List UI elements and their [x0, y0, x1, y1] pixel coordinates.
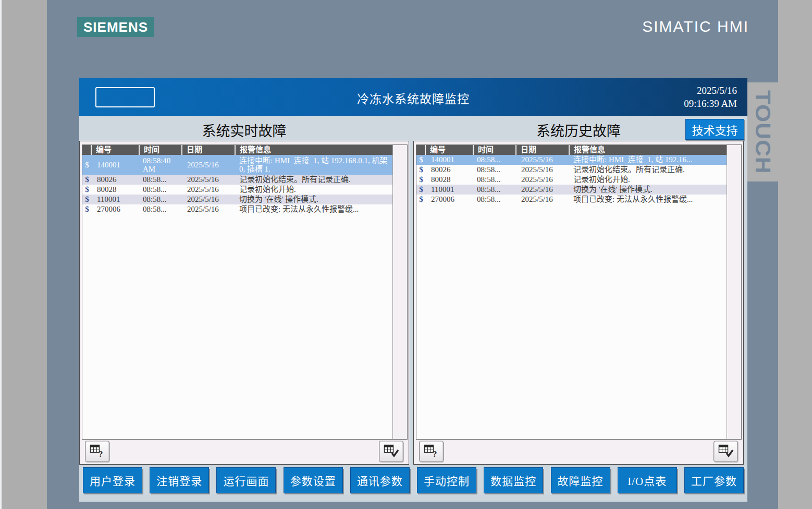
alarm-id: 80026: [92, 175, 140, 185]
history-alarm-panel: 编号 时间 日期 报警信息 $ 140001 08:58... 2025/5/1…: [413, 141, 744, 465]
nav-button-logout[interactable]: 注销登录: [150, 467, 209, 493]
alarm-ack-button[interactable]: [379, 441, 403, 462]
tech-support-button[interactable]: 技术支持: [685, 119, 744, 140]
alarm-message: 记录初始化结束。所有记录正确.: [236, 175, 392, 185]
alarm-row[interactable]: $ 270006 08:58... 2025/5/16 项目已改变: 无法从永久…: [416, 195, 727, 204]
state-column-header: [82, 145, 92, 155]
alarm-ack-icon: [384, 444, 399, 459]
alarm-table-header: 编号 时间 日期 报警信息: [416, 145, 727, 155]
alarm-state-icon: $: [82, 161, 92, 169]
column-header-id: 编号: [92, 145, 140, 155]
realtime-alarm-grid: 编号 时间 日期 报警信息 $ 140001 08:58:40 AM 2025/…: [82, 144, 408, 440]
nav-button-data-monitor[interactable]: 数据监控: [484, 467, 543, 493]
hmi-screen: 冷冻水系统故障监控 2025/5/16 09:16:39 AM 系统实时故障 系…: [79, 78, 747, 502]
title-bar: 冷冻水系统故障监控 2025/5/16 09:16:39 AM: [79, 78, 747, 116]
alarm-row[interactable]: $ 80028 08:58... 2025/5/16 记录初始化开始.: [82, 185, 392, 195]
alarm-row[interactable]: $ 110001 08:58... 2025/5/16 切换为 '在线' 操作模…: [416, 185, 727, 195]
alarm-time: 08:58...: [140, 195, 182, 204]
hmi-panel: SIEMENS SIMATIC HMI TOUCH 冷冻水系统故障监控 2025…: [0, 0, 812, 509]
alarm-info-icon: ?: [424, 444, 439, 459]
alarm-row[interactable]: $ 80026 08:58... 2025/5/16 记录初始化结束。所有记录正…: [416, 165, 727, 175]
alarm-row-selected[interactable]: $ 140001 08:58... 2025/5/16 连接中断: HMI_连接…: [416, 155, 727, 165]
alarm-message: 切换为 '在线' 操作模式.: [570, 185, 727, 195]
alarm-row[interactable]: $ 80028 08:58... 2025/5/16 记录初始化开始.: [416, 175, 727, 185]
alarm-info-button[interactable]: ?: [419, 441, 444, 462]
nav-button-user-login[interactable]: 用户登录: [83, 467, 142, 493]
alarm-ack-button[interactable]: [713, 441, 738, 462]
nav-button-manual-control[interactable]: 手动控制: [417, 467, 476, 493]
realtime-section-title: 系统实时故障: [79, 120, 409, 140]
alarm-row-selected[interactable]: $ 140001 08:58:40 AM 2025/5/16 连接中断: HMI…: [82, 155, 392, 175]
realtime-alarm-panel: 编号 时间 日期 报警信息 $ 140001 08:58:40 AM 2025/…: [79, 141, 409, 465]
nav-button-comm-params[interactable]: 通讯参数: [350, 467, 410, 493]
column-header-date: 日期: [182, 145, 236, 155]
column-header-time: 时间: [474, 145, 516, 155]
alarm-date: 2025/5/16: [516, 185, 570, 195]
alarm-time: 08:58...: [474, 185, 516, 195]
alarm-id: 140001: [426, 155, 474, 165]
bezel-left-strip: [0, 0, 47, 509]
time-value: 09:16:39 AM: [684, 97, 737, 110]
alarm-date: 2025/5/16: [182, 175, 236, 185]
svg-text:?: ?: [99, 449, 103, 457]
alarm-time: 08:58...: [140, 175, 182, 185]
alarm-time: 08:58...: [474, 165, 516, 175]
alarm-state-icon: $: [416, 165, 426, 175]
alarm-time: 08:58...: [474, 195, 516, 204]
alarm-row[interactable]: $ 270006 08:58... 2025/5/16 项目已改变: 无法从永久…: [82, 204, 392, 214]
page-title: 冷冻水系统故障监控: [79, 89, 747, 107]
alarm-id: 80028: [426, 175, 474, 185]
alarm-state-icon: $: [82, 175, 92, 185]
alarm-state-icon: $: [82, 185, 92, 195]
alarm-ack-icon: [718, 444, 734, 459]
alarm-scrollbar[interactable]: [392, 145, 407, 439]
state-column-header: [416, 145, 426, 155]
alarm-state-icon: $: [416, 185, 426, 195]
alarm-id: 140001: [92, 161, 140, 169]
realtime-grid-body: 编号 时间 日期 报警信息 $ 140001 08:58:40 AM 2025/…: [82, 145, 392, 439]
alarm-table-header: 编号 时间 日期 报警信息: [82, 145, 392, 155]
alarm-date: 2025/5/16: [182, 204, 236, 214]
svg-text:?: ?: [433, 449, 437, 457]
alarm-message: 切换为 '在线' 操作模式.: [236, 195, 392, 204]
touch-label: TOUCH: [751, 90, 775, 174]
datetime-display: 2025/5/16 09:16:39 AM: [684, 84, 737, 110]
nav-button-fault-monitor[interactable]: 故障监控: [551, 467, 610, 493]
alarm-message: 连接中断: HMI_连接_1, 站 192.168.0.1, 机架 0, 插槽 …: [236, 156, 392, 173]
column-header-time: 时间: [140, 145, 182, 155]
history-grid-body: 编号 时间 日期 报警信息 $ 140001 08:58... 2025/5/1…: [416, 145, 727, 439]
nav-button-run-screen[interactable]: 运行画面: [216, 467, 276, 493]
alarm-message: 记录初始化结束。所有记录正确.: [570, 165, 727, 175]
alarm-id: 110001: [92, 195, 140, 204]
alarm-scrollbar[interactable]: [727, 145, 741, 439]
nav-button-io-table[interactable]: I/O点表: [618, 467, 677, 493]
alarm-time: 08:58...: [140, 185, 182, 195]
alarm-state-icon: $: [82, 204, 92, 214]
alarm-id: 110001: [426, 185, 474, 195]
alarm-date: 2025/5/16: [516, 155, 570, 165]
alarm-time: 08:58:40 AM: [140, 156, 182, 173]
alarm-message: 项目已改变: 无法从永久性报警缓...: [236, 204, 392, 214]
alarm-date: 2025/5/16: [516, 165, 570, 175]
alarm-date: 2025/5/16: [516, 175, 570, 185]
column-header-msg: 报警信息: [236, 145, 392, 155]
alarm-row[interactable]: $ 110001 08:58... 2025/5/16 切换为 '在线' 操作模…: [82, 195, 392, 204]
alarm-id: 270006: [92, 204, 140, 214]
simatic-hmi-label: SIMATIC HMI: [642, 18, 749, 38]
alarm-state-icon: $: [416, 155, 426, 165]
alarm-info-button[interactable]: ?: [85, 441, 109, 462]
alarm-row[interactable]: $ 80026 08:58... 2025/5/16 记录初始化结束。所有记录正…: [82, 175, 392, 185]
alarm-state-icon: $: [82, 195, 92, 204]
alarm-id: 80026: [426, 165, 474, 175]
date-value: 2025/5/16: [684, 84, 737, 97]
alarm-id: 80028: [92, 185, 140, 195]
column-header-msg: 报警信息: [570, 145, 727, 155]
nav-button-factory-params[interactable]: 工厂参数: [684, 467, 744, 493]
alarm-info-icon: ?: [90, 444, 105, 459]
alarm-date: 2025/5/16: [182, 161, 236, 169]
nav-button-param-settings[interactable]: 参数设置: [284, 467, 343, 493]
alarm-message: 记录初始化开始.: [570, 175, 727, 185]
touch-bezel-patch: TOUCH: [747, 82, 778, 181]
bezel-right-strip: [778, 0, 812, 509]
alarm-message: 记录初始化开始.: [236, 185, 392, 195]
